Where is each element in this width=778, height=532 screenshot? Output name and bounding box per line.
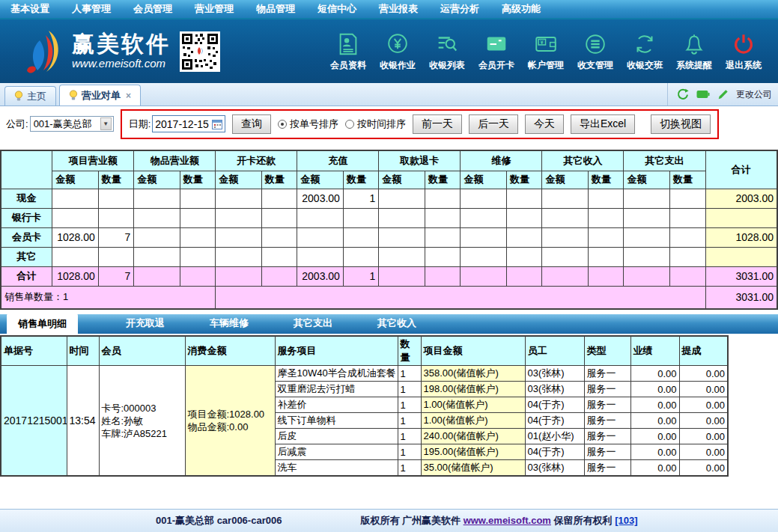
summary-footer-spacer: [216, 286, 705, 309]
account-wallet-button[interactable]: ¥ 帐户管理: [522, 31, 570, 72]
footer-version-link[interactable]: [103]: [615, 515, 637, 526]
edit-pencil-icon[interactable]: [717, 89, 729, 100]
member-project-count: 7: [98, 227, 133, 247]
menu-item-goods[interactable]: 物品管理: [256, 2, 295, 16]
member-profile-icon: [335, 31, 361, 57]
footer-website-link[interactable]: www.emeisoft.com: [464, 515, 551, 526]
menu-item-analysis[interactable]: 运营分析: [440, 2, 479, 16]
company-select-value: 001-赢美总部: [34, 117, 92, 131]
menu-item-business[interactable]: 营业管理: [195, 2, 234, 16]
radio-unchecked-icon[interactable]: [345, 120, 354, 129]
today-button[interactable]: 今天: [525, 114, 564, 134]
group-header: 其它支出: [624, 150, 705, 171]
footer-copyright: 版权所有 广州赢美软件 www.emeisoft.com 保留所有权利 [103…: [360, 514, 637, 528]
logout-button[interactable]: 退出系统: [720, 31, 768, 72]
service-qty: 1: [398, 397, 421, 413]
bulb-icon: [69, 90, 78, 101]
card-status-icon[interactable]: [696, 90, 710, 99]
company-select[interactable]: 001-赢美总部 ▼: [30, 116, 114, 132]
sub-header-count: 数量: [589, 171, 624, 189]
highlighted-controls: 日期: 2017-12-15 查询 按单号排序 按时间排序 前一天 后一: [121, 109, 719, 139]
col-time: 时间: [67, 336, 99, 366]
detail-tab-bar: 销售单明细 开充取退 车辆维修 其它支出 其它收入: [0, 314, 778, 334]
service-amount: 198.00(储值帐户): [421, 382, 525, 397]
grand-total: 3031.00: [705, 286, 777, 309]
shift-change-icon: [632, 31, 657, 57]
detail-tab-other-income[interactable]: 其它收入: [355, 317, 439, 334]
detail-tab-other-expense[interactable]: 其它支出: [271, 317, 355, 334]
member-card-button[interactable]: 会员开卡: [472, 31, 520, 72]
calendar-icon[interactable]: [212, 119, 222, 129]
service-qty: 1: [398, 382, 421, 397]
date-label: 日期:: [129, 117, 151, 131]
col-service-item: 服务项目: [275, 336, 398, 366]
service-amount: 240.00(储值帐户): [421, 429, 525, 444]
sort-by-time-radio[interactable]: 按时间排序: [345, 117, 406, 131]
header-icon-label: 会员开卡: [478, 60, 514, 70]
header-toolbar: 会员资料 收银作业 收银列表: [323, 31, 768, 72]
service-commission: 0.00: [679, 413, 728, 429]
total-project-count: 7: [98, 266, 133, 286]
change-company-link[interactable]: 更改公司: [736, 88, 772, 101]
export-excel-button[interactable]: 导出Excel: [571, 114, 635, 134]
date-input[interactable]: 2017-12-15: [152, 115, 225, 132]
detail-tab-sales[interactable]: 销售单明细: [7, 314, 78, 334]
cash-recharge-count: 1: [343, 189, 378, 208]
next-day-button[interactable]: 后一天: [469, 114, 518, 134]
sort-by-number-label: 按单号排序: [290, 117, 338, 131]
system-alert-icon: [681, 31, 707, 57]
company-label: 公司:: [6, 117, 28, 131]
radio-checked-icon[interactable]: [278, 120, 287, 129]
sub-header-count: 数量: [261, 171, 297, 189]
cashier-work-button[interactable]: 收银作业: [374, 31, 422, 72]
search-button[interactable]: 查询: [232, 114, 271, 134]
income-expense-button[interactable]: 收支管理: [571, 31, 619, 72]
detail-tab-repair[interactable]: 车辆维修: [187, 317, 271, 334]
prev-day-button[interactable]: 前一天: [413, 114, 462, 134]
tab-business-report[interactable]: 营业对单 ×: [59, 85, 141, 106]
service-commission: 0.00: [679, 429, 728, 444]
total-project-amount: 1028.00: [52, 266, 99, 286]
service-performance: 0.00: [630, 413, 679, 429]
service-qty: 1: [398, 429, 421, 444]
service-qty: 1: [398, 444, 421, 460]
detail-tab-recharge[interactable]: 开充取退: [103, 317, 187, 334]
service-qty: 1: [398, 413, 421, 429]
shift-change-button[interactable]: 收银交班: [621, 31, 669, 72]
total-recharge-amount: 2003.00: [297, 266, 344, 286]
header-icon-label: 退出系统: [726, 60, 762, 70]
menu-item-hr[interactable]: 人事管理: [72, 2, 111, 16]
sub-header-amount: 金额: [134, 171, 180, 189]
menu-item-sms[interactable]: 短信中心: [317, 2, 356, 16]
brand-name: 赢美软件: [72, 33, 171, 55]
col-consume-amount: 消费金额: [185, 336, 275, 366]
group-header: 项目营业额: [52, 150, 134, 171]
service-type: 服务一: [584, 444, 630, 460]
service-name: 摩圣10W40半合成机油套餐: [275, 366, 398, 382]
menu-item-basic-settings[interactable]: 基本设置: [10, 2, 49, 16]
member-profile-button[interactable]: 会员资料: [324, 31, 372, 72]
copyright-prefix: 版权所有 广州赢美软件: [360, 515, 461, 526]
tab-home[interactable]: 主页: [4, 86, 56, 106]
total-column-header: 合计: [705, 150, 777, 189]
summary-group-header-row: 项目营业额 物品营业额 开卡还款 充值 取款退卡 维修 其它收入 其它支出 合计: [1, 150, 777, 171]
service-staff: 04(于齐): [525, 397, 584, 413]
refresh-icon[interactable]: [677, 88, 689, 100]
system-alert-button[interactable]: 系统提醒: [670, 31, 718, 72]
summary-row-bankcard: 银行卡: [1, 208, 777, 227]
sub-header-amount: 金额: [461, 171, 507, 189]
summary-row-cash: 现金 2003.00 1 2003.00: [1, 189, 777, 208]
service-amount: 1.00(储值帐户): [421, 397, 525, 413]
member-plate: 车牌:泸A85221: [102, 427, 183, 440]
menu-item-reports[interactable]: 营业报表: [379, 2, 418, 16]
tabbar-actions: 更改公司: [667, 83, 772, 106]
switch-view-button[interactable]: 切换视图: [651, 114, 711, 134]
service-commission: 0.00: [679, 460, 728, 477]
tab-close-icon[interactable]: ×: [126, 91, 131, 101]
menu-item-members[interactable]: 会员管理: [133, 2, 172, 16]
menu-item-advanced[interactable]: 高级功能: [502, 2, 541, 16]
sort-by-number-radio[interactable]: 按单号排序: [278, 117, 338, 131]
cashier-list-button[interactable]: 收银列表: [423, 31, 471, 72]
service-performance: 0.00: [630, 444, 679, 460]
sub-header-amount: 金额: [379, 171, 425, 189]
